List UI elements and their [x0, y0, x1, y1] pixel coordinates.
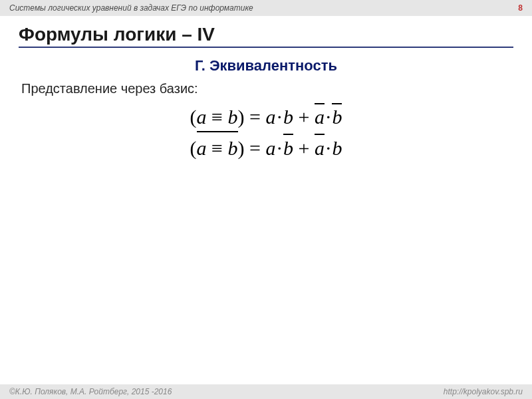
page-title: Формулы логики – IV	[19, 24, 513, 48]
header-topic: Системы логических уравнений в задачах Е…	[9, 3, 253, 13]
header-bar: Системы логических уравнений в задачах Е…	[0, 0, 532, 16]
plus-symbol: +	[293, 137, 315, 159]
footer-bar: ©К.Ю. Поляков, М.А. Ройтберг, 2015 -2016…	[0, 384, 532, 399]
dot-symbol: ·	[275, 137, 283, 159]
var-b: b	[332, 106, 342, 128]
slide: Системы логических уравнений в задачах Е…	[0, 0, 532, 399]
var-b: b	[283, 137, 293, 159]
not-a: a	[315, 133, 325, 164]
var-b: b	[283, 106, 293, 128]
plus-symbol: +	[293, 106, 315, 128]
not-equiv-group: a ≡ b	[197, 133, 238, 164]
var-a: a	[265, 106, 275, 128]
content-area: Формулы логики – IV Г. Эквивалентность П…	[0, 16, 532, 164]
equals-symbol: =	[245, 137, 266, 159]
section-subtitle: Г. Эквивалентность	[19, 57, 513, 74]
var-a: a	[315, 106, 325, 128]
var-b: b	[228, 106, 238, 128]
equiv-symbol: ≡	[207, 106, 228, 128]
equals-symbol: =	[245, 106, 266, 128]
rparen: )	[238, 137, 245, 159]
var-a: a	[315, 137, 325, 159]
formula-block: (a ≡ b) = a·b + a·b (a ≡ b) = a·b + a·b	[19, 102, 513, 164]
lparen: (	[190, 106, 197, 128]
footer-url: http://kpolyakov.spb.ru	[444, 387, 523, 396]
footer-authors: ©К.Ю. Поляков, М.А. Ройтберг, 2015 -2016	[9, 387, 172, 396]
var-a: a	[197, 106, 207, 128]
var-a: a	[265, 137, 275, 159]
lparen: (	[190, 137, 197, 159]
formula-line-2: (a ≡ b) = a·b + a·b	[190, 133, 342, 164]
dot-symbol: ·	[325, 137, 332, 159]
dot-symbol: ·	[325, 106, 332, 128]
var-b: b	[332, 137, 342, 159]
not-b: b	[283, 133, 293, 164]
formula-line-1: (a ≡ b) = a·b + a·b	[190, 102, 342, 133]
not-a: a	[315, 102, 325, 133]
var-a: a	[197, 137, 207, 159]
equiv-symbol: ≡	[207, 137, 228, 159]
intro-text: Представление через базис:	[21, 81, 513, 96]
not-b: b	[332, 102, 342, 133]
rparen: )	[238, 106, 245, 128]
dot-symbol: ·	[275, 106, 283, 128]
page-number: 8	[518, 3, 523, 13]
var-b: b	[228, 137, 238, 159]
